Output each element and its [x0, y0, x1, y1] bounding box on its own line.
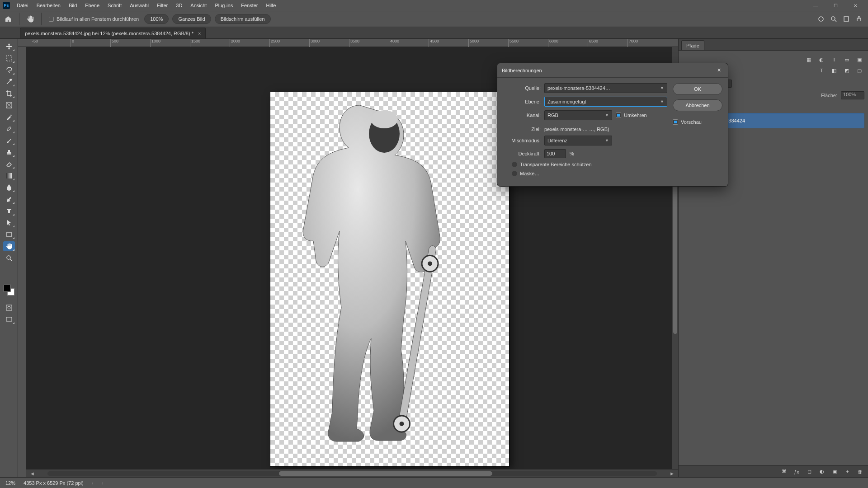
trash-icon[interactable]: 🗑 — [856, 468, 863, 475]
filter-artboard-icon[interactable]: ▢ — [855, 67, 863, 74]
scroll-all-windows-checkbox[interactable]: Bildlauf in allen Fenstern durchführen — [47, 15, 141, 23]
status-caret-icon[interactable]: › — [92, 480, 94, 486]
close-tab-icon[interactable]: × — [198, 31, 201, 36]
menu-auswahl[interactable]: Auswahl — [126, 1, 153, 10]
filter-type-icon[interactable]: T — [830, 56, 838, 63]
source-dropdown[interactable]: pexels-monstera-5384424…▼ — [544, 83, 667, 93]
quickmask-icon[interactable] — [3, 303, 15, 313]
doc-info[interactable]: 4353 Px x 6529 Px (72 ppi) — [24, 480, 84, 486]
menu-ebene[interactable]: Ebene — [81, 1, 104, 10]
history-icon[interactable] — [843, 15, 850, 23]
group-icon[interactable]: ▣ — [831, 468, 838, 475]
panel-tab-pfade[interactable]: Pfade — [681, 40, 704, 50]
type-tool[interactable] — [3, 206, 15, 216]
share-icon[interactable] — [855, 15, 863, 23]
filter-effects-icon[interactable]: ◩ — [843, 67, 851, 74]
crop-tool[interactable] — [3, 89, 15, 99]
dialog-buttons: OK Abbrechen Vorschau — [673, 83, 722, 180]
screenmode-icon[interactable] — [3, 314, 15, 324]
document-tab[interactable]: pexels-monstera-5384424.jpg bei 12% (pex… — [20, 28, 206, 38]
dialog-titlebar[interactable]: Bildberechnungen ✕ — [497, 63, 728, 78]
channel-dropdown[interactable]: RGB▼ — [544, 110, 612, 120]
ruler-origin[interactable] — [18, 39, 26, 47]
preview-checkbox[interactable]: Vorschau — [673, 119, 722, 125]
menu-3d[interactable]: 3D — [172, 1, 186, 10]
checkbox-icon — [512, 171, 517, 176]
cloud-icon[interactable] — [817, 15, 825, 23]
cancel-button[interactable]: Abbrechen — [673, 99, 722, 111]
document-canvas[interactable] — [270, 92, 509, 466]
new-layer-icon[interactable]: ＋ — [844, 468, 851, 475]
window-maximize-button[interactable]: ☐ — [826, 0, 845, 10]
fill-field[interactable]: 100% — [841, 91, 864, 99]
stamp-tool[interactable] — [3, 147, 15, 157]
filter-pixel-icon[interactable]: ▦ — [805, 56, 813, 63]
blur-tool[interactable] — [3, 183, 15, 192]
vertical-ruler[interactable] — [18, 47, 26, 477]
menu-schrift[interactable]: Schrift — [104, 1, 126, 10]
filter-type2-icon[interactable]: T — [817, 67, 826, 74]
pen-tool[interactable] — [3, 194, 15, 204]
dialog-close-button[interactable]: ✕ — [714, 66, 723, 75]
menu-bearbeiten[interactable]: Bearbeiten — [33, 1, 65, 10]
foreground-color-swatch[interactable] — [4, 285, 11, 292]
brush-tool[interactable] — [3, 136, 15, 145]
marquee-tool[interactable] — [3, 53, 15, 63]
home-icon[interactable] — [3, 14, 14, 24]
zoom-level[interactable]: 12% — [5, 480, 15, 486]
scrollbar-track[interactable] — [47, 471, 657, 476]
menu-hilfe[interactable]: Hilfe — [262, 1, 280, 10]
preserve-transparency-checkbox[interactable]: Transparente Bereiche schützen — [512, 162, 592, 167]
status-chevron-icon[interactable]: ‹ — [101, 480, 103, 486]
mask-checkbox[interactable]: Maske… — [512, 171, 539, 176]
invert-checkbox[interactable]: Umkehren — [616, 113, 647, 118]
edit-toolbar-icon[interactable]: ⋯ — [3, 270, 15, 280]
healing-tool[interactable] — [3, 124, 15, 134]
magic-wand-tool[interactable] — [3, 77, 15, 87]
layer-style-icon[interactable]: ƒx — [793, 468, 800, 475]
filter-smart-icon[interactable]: ▣ — [855, 56, 863, 63]
color-swatches[interactable] — [4, 285, 14, 296]
layer-dropdown[interactable]: Zusammengefügt▼ — [544, 97, 667, 107]
filter-shape-icon[interactable]: ▭ — [843, 56, 851, 63]
filter-vector-icon[interactable]: ◧ — [830, 67, 838, 74]
horizontal-ruler[interactable]: -500500100015002000250030003500400045005… — [26, 39, 678, 47]
frame-tool[interactable] — [3, 100, 15, 110]
window-minimize-button[interactable]: — — [806, 0, 826, 10]
ruler-tick: 2500 — [269, 39, 280, 47]
window-close-button[interactable]: ✕ — [845, 0, 865, 10]
svg-point-14 — [8, 306, 10, 309]
zoom-tool[interactable] — [3, 253, 15, 263]
link-layers-icon[interactable]: ⌘ — [780, 468, 788, 475]
search-icon[interactable] — [830, 15, 837, 23]
hand-tool[interactable] — [3, 241, 15, 251]
menu-filter[interactable]: Filter — [153, 1, 172, 10]
menu-ansicht[interactable]: Ansicht — [186, 1, 211, 10]
move-tool[interactable] — [3, 42, 15, 52]
menu-plugins[interactable]: Plug-ins — [211, 1, 237, 10]
ruler-tick: -50 — [31, 39, 38, 47]
ok-button[interactable]: OK — [673, 83, 722, 95]
fit-screen-button[interactable]: Ganzes Bild — [172, 14, 211, 24]
blend-dropdown[interactable]: Differenz▼ — [544, 136, 612, 145]
shape-tool[interactable] — [3, 230, 15, 239]
adjustment-layer-icon[interactable]: ◐ — [818, 468, 826, 475]
svg-rect-9 — [6, 173, 12, 178]
scroll-right-icon[interactable]: ► — [666, 471, 678, 476]
fill-screen-button[interactable]: Bildschirm ausfüllen — [215, 14, 271, 24]
layer-mask-icon[interactable]: ◻ — [806, 468, 813, 475]
opacity-input[interactable]: 100 — [544, 149, 566, 158]
zoom-100-button[interactable]: 100% — [144, 14, 169, 24]
horizontal-scrollbar[interactable]: ◄ ► — [26, 469, 678, 477]
lasso-tool[interactable] — [3, 65, 15, 75]
path-select-tool[interactable] — [3, 218, 15, 228]
menu-fenster[interactable]: Fenster — [237, 1, 262, 10]
scrollbar-thumb[interactable] — [279, 471, 492, 476]
menu-bild[interactable]: Bild — [65, 1, 81, 10]
eyedropper-tool[interactable] — [3, 112, 15, 122]
menu-datei[interactable]: Datei — [13, 1, 33, 10]
scroll-left-icon[interactable]: ◄ — [26, 471, 38, 476]
gradient-tool[interactable] — [3, 171, 15, 181]
filter-adjust-icon[interactable]: ◐ — [817, 56, 826, 63]
eraser-tool[interactable] — [3, 159, 15, 169]
